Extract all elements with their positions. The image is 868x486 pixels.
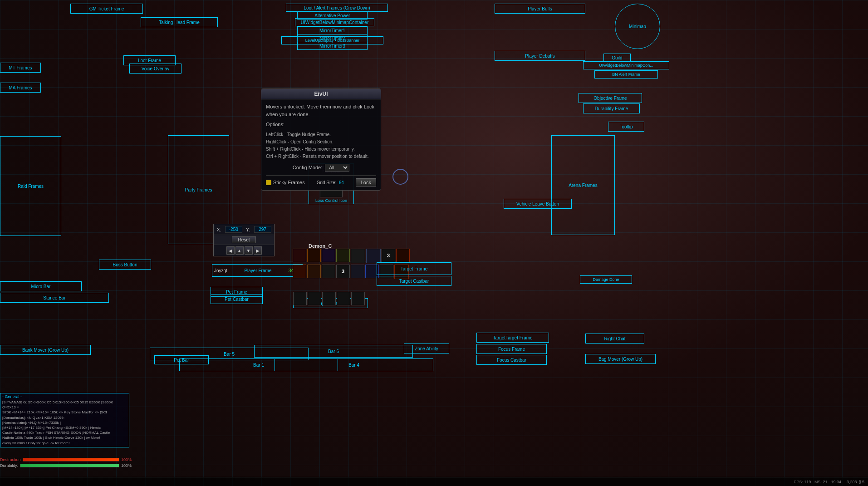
ability-icon-3[interactable] [322,249,335,262]
player-frame-popup: X: Y: Reset ◀ ▲ ▼ ▶ [213,224,275,256]
objective-frame[interactable]: Objective Frame [579,93,642,103]
chat-tab[interactable]: - General - [2,394,127,399]
coords-display: 3,203 [847,480,857,484]
pet-icon-1 [293,292,307,305]
option-lines: LeftClick - Toggle Nudge Frame. RightCli… [266,131,376,160]
ability-icon-5[interactable] [351,249,365,263]
time-display: 19:04 [831,480,841,484]
ability-icon-r2-2[interactable] [307,265,321,278]
nav-down-button[interactable]: ▼ [245,246,253,255]
durability-frame[interactable]: Durability Frame [583,103,640,113]
pet-castbar[interactable]: Pet Castbar [211,294,263,304]
micro-bar-frame[interactable]: Micro Bar [0,281,82,291]
uiwidget-container-frame[interactable]: UIWidgetBelowMinimapContainer [295,18,374,26]
ability-icon-7[interactable] [396,249,410,262]
talking-head-frame[interactable]: Talking Head Frame [141,17,218,27]
pf-coords-row: X: Y: [214,224,274,235]
pet-icon-2 [308,292,321,305]
nav-next-button[interactable]: ▶ [254,246,262,255]
raid-frames[interactable]: Raid Frames [0,136,61,236]
ability-icon-1[interactable] [293,249,306,262]
modal-bottom-row: Sticky Frames Grid Size: 64 Lock [266,175,376,187]
ability-icon-6[interactable] [366,249,381,263]
tooltip-frame[interactable]: Tooltip [608,122,644,132]
mt-frames[interactable]: MT Frames [0,63,41,73]
player-frame-label[interactable]: Joyzqt Player Frame 34.4K [212,264,303,277]
chat-content: [SIYVANAS] G: S5K>S60K C5 5X15>S60K<C5 5… [2,400,127,446]
target-castbar[interactable]: Target Castbar [377,276,451,286]
right-chat-frame[interactable]: Right Chat [585,334,644,344]
sticky-checkbox-icon[interactable] [266,180,271,185]
server-display: § 5 [858,480,864,484]
target-frame[interactable]: Target Frame [377,262,451,275]
modal-title: EivUI [261,89,381,99]
guild-frame[interactable]: Guild [603,54,631,62]
modal-line1: Movers unlocked. Move them now and click… [266,103,376,118]
pet-bar-frame[interactable]: Pet Bar [154,355,209,364]
ability-icon-r2-1[interactable] [293,265,306,278]
chat-box[interactable]: - General - [SIYVANAS] G: S5K>S60K C5 5X… [0,393,129,447]
status-bar: FPS: 119 MS: 21 19:04 3,203 § 5 [0,477,868,486]
bar6-frame[interactable]: Bar 6 [254,345,413,358]
nav-up-button[interactable]: ▲ [235,246,244,255]
lock-button[interactable]: Lock [356,178,376,187]
bn-alert-frame[interactable]: BN Alert Frame [594,70,658,79]
focus-castbar[interactable]: Focus Castbar [476,355,547,365]
ability-icon-4[interactable] [336,249,350,262]
durability-bar [20,464,119,467]
eivui-modal: EivUI Movers unlocked. Move them now and… [261,88,381,191]
sticky-frames-checkbox[interactable]: Sticky Frames [266,180,305,185]
boss-button-frame[interactable]: Boss Button [99,260,151,270]
focus-frame[interactable]: Focus Frame [476,344,547,354]
target-circle [392,169,408,185]
nav-prev-button[interactable]: ◀ [226,246,235,255]
pet-icon-3 [322,292,336,305]
ma-frames[interactable]: MA Frames [0,83,41,93]
pet-icon-5 [351,292,365,305]
ability-icon-r2-3[interactable] [322,265,335,278]
vehicle-leave-button[interactable]: Vehicle Leave Button [504,199,572,209]
targettarget-frame[interactable]: TargetTarget Frame [476,333,549,343]
options-title: Options: [266,121,376,128]
grid-size-group: Grid Size: 64 [317,180,344,185]
x-coord-input[interactable] [225,226,242,233]
reset-button[interactable]: Reset [232,236,255,243]
mirror-timer3-frame[interactable]: MirrorTimer3 [297,42,368,50]
mirror-timer1-frame[interactable]: MirrorTimer1 [297,26,368,34]
player-buffs-frame[interactable]: Player Buffs [495,4,585,14]
uiwidget-below-minimap-frame[interactable]: UIWidgetBelowMinimapCon... [583,61,669,69]
damage-done-frame[interactable]: Damage Done [580,275,632,284]
ability-icon-r2-4[interactable] [351,265,364,278]
bank-mover-frame[interactable]: Bank Mover (Grow Up) [0,345,91,355]
char-bars: Destruction 100% Durability: 100% [0,457,132,468]
y-coord-input[interactable] [254,226,271,233]
gm-ticket-frame[interactable]: GM Ticket Frame [70,4,143,14]
stance-bar-frame[interactable]: Stance Bar [0,293,109,303]
ability-icon-2[interactable] [307,249,321,262]
pf-reset-row: Reset [214,235,274,245]
pet-icons [293,292,365,305]
bag-mover-frame[interactable]: Bag Mover (Grow Up) [585,354,656,364]
destruction-bar [23,458,119,461]
loot-alert-frame[interactable]: Loot / Alert Frames (Grow Down) [286,4,388,12]
ability-count-3: 3 [382,249,395,262]
player-abilities-row1: 3 [293,249,410,263]
voice-overlay-frame[interactable]: Voice Overlay [129,64,181,74]
fps-display: FPS: 119 MS: 21 [794,480,828,484]
config-mode-select[interactable]: All Solo Party Raid [325,164,349,172]
player-debuffs-frame[interactable]: Player Debuffs [495,51,585,61]
minimap-frame[interactable]: Minimap [615,4,660,49]
pf-nav-row: ◀ ▲ ▼ ▶ [214,245,274,256]
demon-name: Demon_C [309,243,332,249]
config-mode-row: Config Mode: All Solo Party Raid [266,164,376,172]
ability-count-r2: 3 [336,265,350,278]
pet-icon-4 [337,292,350,305]
arena-frames[interactable]: Arena Frames [551,135,615,235]
